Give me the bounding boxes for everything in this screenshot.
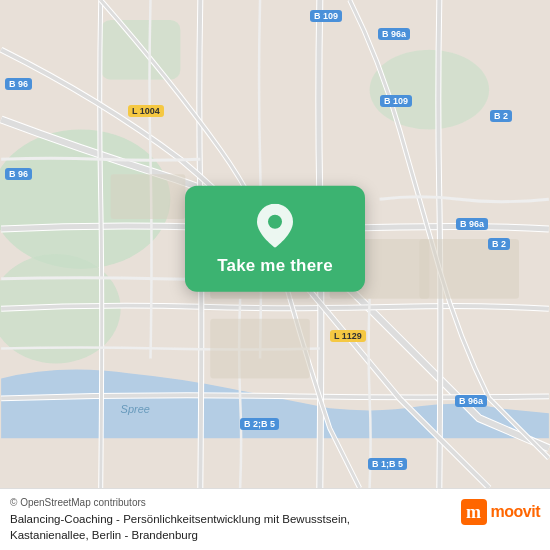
moovit-logo: m moovit bbox=[461, 499, 540, 525]
svg-rect-10 bbox=[419, 239, 519, 299]
bottom-left: © OpenStreetMap contributors Balancing-C… bbox=[10, 497, 451, 543]
svg-point-11 bbox=[268, 215, 282, 229]
take-me-there-button[interactable]: Take me there bbox=[217, 256, 333, 276]
bottom-bar: © OpenStreetMap contributors Balancing-C… bbox=[0, 488, 550, 550]
moovit-wordmark: moovit bbox=[491, 503, 540, 521]
take-me-there-panel[interactable]: Take me there bbox=[185, 186, 365, 292]
location-title: Balancing-Coaching - Persönlichkeitsentw… bbox=[10, 512, 410, 543]
location-pin-icon bbox=[257, 204, 293, 248]
svg-rect-8 bbox=[210, 319, 310, 379]
svg-text:Spree: Spree bbox=[121, 403, 150, 415]
app: Spree bbox=[0, 0, 550, 550]
map-container: Spree bbox=[0, 0, 550, 488]
svg-rect-9 bbox=[111, 174, 186, 219]
moovit-m-letter: m bbox=[461, 499, 487, 525]
osm-credit: © OpenStreetMap contributors bbox=[10, 497, 451, 508]
